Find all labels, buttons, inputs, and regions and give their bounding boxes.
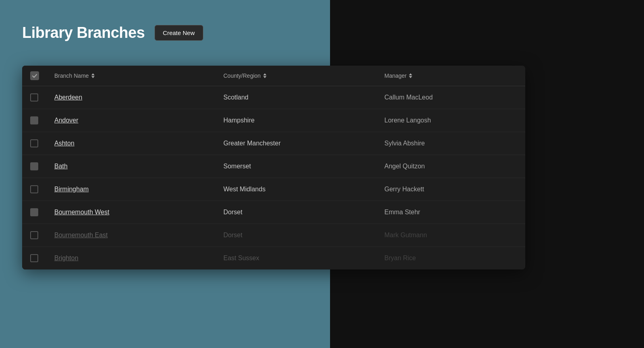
manager-cell: Bryan Rice [384,255,517,262]
manager-header[interactable]: Manager [384,72,517,79]
row-checkbox[interactable] [30,139,38,147]
branch-name-cell[interactable]: Aberdeen [54,94,223,101]
branch-name-header[interactable]: Branch Name [54,72,223,79]
main-container: Library Branches Create New Branch Name … [22,24,525,269]
sort-down-icon [409,76,412,78]
county-cell: Dorset [223,232,384,239]
row-checkbox[interactable] [30,116,38,124]
branch-name-cell[interactable]: Bournemouth East [54,232,223,239]
table-row[interactable]: Bath Somerset Angel Quitzon [22,155,525,178]
county-cell: Dorset [223,209,384,216]
branch-name-sort[interactable] [91,73,95,78]
manager-cell: Lorene Langosh [384,117,517,124]
county-cell: Scotland [223,94,384,101]
sort-up-icon [91,73,95,75]
manager-cell: Emma Stehr [384,209,517,216]
table-row[interactable]: Ashton Greater Manchester Sylvia Abshire [22,132,525,155]
branch-name-cell[interactable]: Ashton [54,140,223,147]
select-all-checkbox[interactable] [30,71,39,80]
branch-name-cell[interactable]: Andover [54,117,223,124]
manager-cell: Callum MacLeod [384,94,517,101]
county-cell: West Midlands [223,186,384,193]
manager-cell: Angel Quitzon [384,163,517,170]
county-cell: East Sussex [223,255,384,262]
branches-table: Branch Name County/Region Manager [22,66,525,269]
county-sort[interactable] [263,73,266,78]
sort-down-icon [263,76,266,78]
branch-name-cell[interactable]: Brighton [54,255,223,262]
table-row[interactable]: Bournemouth West Dorset Emma Stehr [22,201,525,224]
manager-cell: Gerry Hackett [384,186,517,193]
row-checkbox[interactable] [30,231,38,239]
table-row[interactable]: Bournemouth East Dorset Mark Gutmann [22,224,525,247]
branch-name-cell[interactable]: Birmingham [54,186,223,193]
table-row[interactable]: Aberdeen Scotland Callum MacLeod [22,86,525,109]
county-region-header[interactable]: County/Region [223,72,384,79]
manager-cell: Sylvia Abshire [384,140,517,147]
sort-up-icon [409,73,412,75]
sort-up-icon [263,73,266,75]
page-header: Library Branches Create New [22,24,525,41]
manager-sort[interactable] [409,73,412,78]
table-row[interactable]: Brighton East Sussex Bryan Rice [22,247,525,269]
county-cell: Somerset [223,163,384,170]
table-body: Aberdeen Scotland Callum MacLeod Andover… [22,86,525,269]
county-cell: Hampshire [223,117,384,124]
branch-name-cell[interactable]: Bournemouth West [54,209,223,216]
create-new-button[interactable]: Create New [155,25,203,41]
row-checkbox[interactable] [30,254,38,262]
table-row[interactable]: Andover Hampshire Lorene Langosh [22,109,525,132]
manager-cell: Mark Gutmann [384,232,517,239]
row-checkbox[interactable] [30,208,38,216]
table-header-row: Branch Name County/Region Manager [22,66,525,86]
page-title: Library Branches [22,24,145,41]
row-checkbox[interactable] [30,93,38,102]
sort-down-icon [91,76,95,78]
row-checkbox[interactable] [30,185,38,193]
row-checkbox[interactable] [30,162,38,170]
branch-name-cell[interactable]: Bath [54,163,223,170]
table-row[interactable]: Birmingham West Midlands Gerry Hackett [22,178,525,201]
county-cell: Greater Manchester [223,140,384,147]
